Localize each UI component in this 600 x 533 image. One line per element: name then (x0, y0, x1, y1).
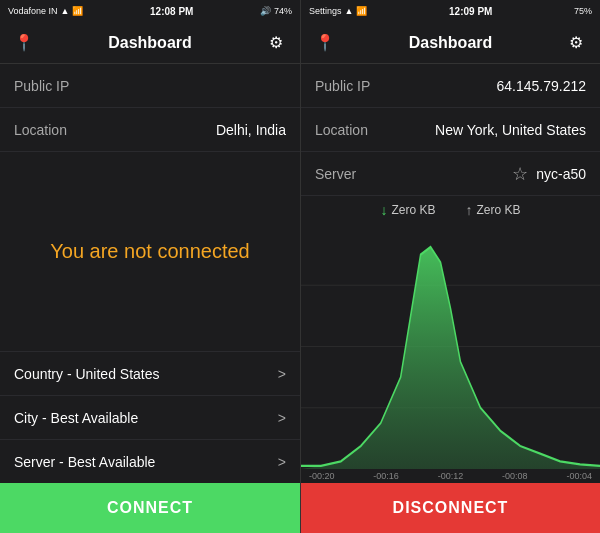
not-connected-text: You are not connected (50, 240, 249, 263)
left-status-time: 12:08 PM (150, 6, 193, 17)
server-star-icon[interactable]: ☆ (512, 163, 528, 185)
connect-button[interactable]: CONNECT (0, 483, 300, 533)
country-selector-label: Country - United States (14, 366, 160, 382)
right-wifi-icon: 📶 (356, 6, 367, 16)
city-chevron-icon: > (278, 410, 286, 426)
signal-icon: ▲ (61, 6, 70, 16)
carrier-text: Vodafone IN (8, 6, 58, 16)
city-selector-label: City - Best Available (14, 410, 138, 426)
left-settings-button[interactable]: ⚙ (264, 31, 288, 55)
chart-fill (301, 247, 600, 469)
right-location-pin-icon: 📍 (313, 31, 337, 55)
chart-stats-row: ↓ Zero KB ↑ Zero KB (301, 196, 600, 224)
battery-text: 74% (274, 6, 292, 16)
download-stat: ↓ Zero KB (380, 202, 435, 218)
right-carrier-text: Settings (309, 6, 342, 16)
time-label-1: -00:16 (373, 471, 399, 481)
right-public-ip-label: Public IP (315, 78, 370, 94)
right-panel: Settings ▲ 📶 12:09 PM 75% 📍 Dashboard ⚙ … (300, 0, 600, 533)
right-pin-icon: 📍 (315, 33, 335, 52)
left-location-pin-icon: 📍 (12, 31, 36, 55)
right-location-label: Location (315, 122, 368, 138)
time-label-3: -00:08 (502, 471, 528, 481)
server-label: Server (315, 166, 356, 182)
pin-icon: 📍 (14, 33, 34, 52)
server-chevron-icon: > (278, 454, 286, 470)
download-arrow-icon: ↓ (380, 202, 387, 218)
time-label-0: -00:20 (309, 471, 335, 481)
left-panel: Vodafone IN ▲ 📶 12:08 PM 🔊 74% 📍 Dashboa… (0, 0, 300, 533)
time-label-4: -00:04 (566, 471, 592, 481)
left-public-ip-row: Public IP (0, 64, 300, 108)
right-signal-icon: ▲ (345, 6, 354, 16)
right-settings-button[interactable]: ⚙ (564, 31, 588, 55)
download-value: Zero KB (391, 203, 435, 217)
right-status-time: 12:09 PM (449, 6, 492, 17)
upload-arrow-icon: ↑ (466, 202, 473, 218)
left-location-label: Location (14, 122, 67, 138)
right-public-ip-value: 64.145.79.212 (496, 78, 586, 94)
left-status-right: 🔊 74% (260, 6, 292, 16)
right-battery-text: 75% (574, 6, 592, 16)
left-public-ip-label: Public IP (14, 78, 69, 94)
time-label-2: -00:12 (438, 471, 464, 481)
left-status-bar: Vodafone IN ▲ 📶 12:08 PM 🔊 74% (0, 0, 300, 22)
right-status-left: Settings ▲ 📶 (309, 6, 367, 16)
right-settings-gear-icon: ⚙ (569, 33, 583, 52)
right-status-right: 75% (574, 6, 592, 16)
left-nav-bar: 📍 Dashboard ⚙ (0, 22, 300, 64)
right-nav-bar: 📍 Dashboard ⚙ (301, 22, 600, 64)
server-name-value: nyc-a50 (536, 166, 586, 182)
country-selector[interactable]: Country - United States > (0, 351, 300, 395)
chart-svg (301, 224, 600, 469)
right-status-bar: Settings ▲ 📶 12:09 PM 75% (301, 0, 600, 22)
right-location-row: Location New York, United States (301, 108, 600, 152)
server-selector[interactable]: Server - Best Available > (0, 439, 300, 483)
settings-gear-icon: ⚙ (269, 33, 283, 52)
left-status-left: Vodafone IN ▲ 📶 (8, 6, 83, 16)
chart-time-labels: -00:20 -00:16 -00:12 -00:08 -00:04 (301, 469, 600, 483)
right-nav-title: Dashboard (409, 34, 493, 52)
left-location-row: Location Delhi, India (0, 108, 300, 152)
bandwidth-chart (301, 224, 600, 469)
wifi-icon: 📶 (72, 6, 83, 16)
volume-icon: 🔊 (260, 6, 271, 16)
country-chevron-icon: > (278, 366, 286, 382)
not-connected-area: You are not connected (0, 152, 300, 351)
server-selector-label: Server - Best Available (14, 454, 155, 470)
right-location-value: New York, United States (435, 122, 586, 138)
left-location-value: Delhi, India (216, 122, 286, 138)
left-nav-title: Dashboard (108, 34, 192, 52)
upload-value: Zero KB (477, 203, 521, 217)
upload-stat: ↑ Zero KB (466, 202, 521, 218)
right-public-ip-row: Public IP 64.145.79.212 (301, 64, 600, 108)
server-right-group: ☆ nyc-a50 (512, 163, 586, 185)
disconnect-button[interactable]: DISCONNECT (301, 483, 600, 533)
server-row: Server ☆ nyc-a50 (301, 152, 600, 196)
city-selector[interactable]: City - Best Available > (0, 395, 300, 439)
